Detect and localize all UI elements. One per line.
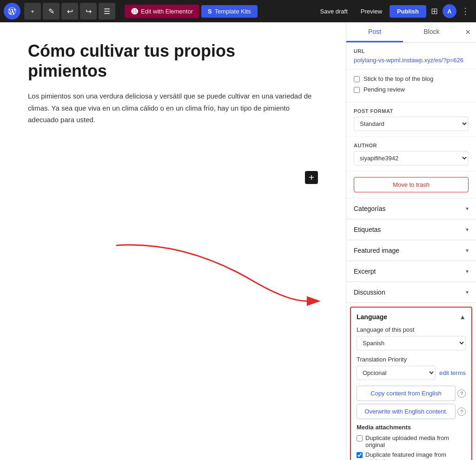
priority-select[interactable]: Opcional High Medium Low	[357, 366, 436, 380]
trash-field: Move to trash	[346, 171, 476, 198]
featured-image-label: Featured image	[354, 247, 399, 254]
url-field: URL polylang-vs-wpml.instawp.xyz/es/?p=6…	[346, 43, 476, 70]
wordpress-logo[interactable]	[4, 3, 20, 20]
excerpt-header[interactable]: Excerpt ▾	[346, 261, 476, 282]
translation-priority-label: Translation Priority	[357, 356, 466, 363]
pending-review-row: Pending review	[354, 86, 469, 93]
stick-to-top-label: Stick to the top of the blog	[364, 75, 433, 82]
sidebar-tabs: Post Block ×	[346, 22, 476, 43]
publish-button[interactable]: Publish	[390, 5, 426, 18]
excerpt-section: Excerpt ▾	[346, 261, 476, 282]
post-format-select[interactable]: Standard Aside Image Video	[354, 117, 469, 131]
tools-button[interactable]: ☰	[99, 3, 115, 20]
language-title-text: Language	[357, 313, 387, 321]
featured-image-header[interactable]: Featured image ▾	[346, 240, 476, 261]
template-icon: S	[208, 8, 212, 15]
translation-priority-row: Opcional High Medium Low edit terms	[357, 366, 466, 380]
language-collapse-icon[interactable]: ▲	[459, 313, 466, 321]
post-title[interactable]: Cómo cultivar tus propios pimientos	[28, 41, 318, 81]
categorias-chevron: ▾	[466, 205, 469, 212]
tab-post[interactable]: Post	[346, 22, 403, 42]
add-block-button[interactable]: +	[305, 171, 318, 184]
duplicate-featured-checkbox[interactable]	[357, 452, 363, 458]
post-format-label: POST FORMAT	[354, 108, 469, 114]
overwrite-row: Overwrite with English content. ?	[357, 404, 466, 419]
annotation-arrow	[93, 236, 325, 310]
url-label: URL	[354, 48, 469, 54]
language-section: Language ▲ Language of this post Spanish…	[350, 307, 472, 460]
post-body[interactable]: Los pimientos son una verdura deliciosa …	[28, 90, 316, 126]
categorias-header[interactable]: Categorías ▾	[346, 198, 476, 219]
featured-image-chevron: ▾	[466, 247, 469, 254]
etiquetas-section: Etiquetas ▾	[346, 219, 476, 240]
author-label: AUTHOR	[354, 143, 469, 148]
elementor-button-label: Edit with Elementor	[141, 8, 193, 15]
preview-button[interactable]: Preview	[355, 5, 388, 18]
duplicate-featured-label: Duplicate featured image from original	[365, 451, 466, 460]
pending-review-checkbox[interactable]	[354, 87, 360, 93]
stick-to-top-row: Stick to the top of the blog	[354, 75, 469, 82]
media-attachments-label: Media attachments	[357, 424, 466, 431]
etiquetas-label: Etiquetas	[354, 226, 381, 233]
categorias-label: Categorías	[354, 205, 385, 212]
language-of-post-label: Language of this post	[357, 326, 466, 333]
author-select[interactable]: siyapifihe3942	[354, 151, 469, 165]
checkbox-group: Stick to the top of the blog Pending rev…	[346, 70, 476, 103]
copy-content-button[interactable]: Copy content from English	[357, 386, 456, 401]
url-value[interactable]: polylang-vs-wpml.instawp.xyz/es/?p=626	[354, 57, 469, 64]
copy-content-help-icon[interactable]: ?	[457, 389, 466, 398]
post-format-field: POST FORMAT Standard Aside Image Video	[346, 103, 476, 137]
elementor-icon: ⓮	[131, 7, 138, 15]
etiquetas-header[interactable]: Etiquetas ▾	[346, 219, 476, 240]
duplicate-uploaded-checkbox[interactable]	[357, 435, 363, 441]
pending-review-label: Pending review	[364, 86, 405, 93]
template-kits-button[interactable]: S Template Kits	[201, 5, 258, 18]
discussion-header[interactable]: Discussion ▾	[346, 282, 476, 302]
sidebar-content: URL polylang-vs-wpml.instawp.xyz/es/?p=6…	[346, 43, 476, 460]
duplicate-featured-row: Duplicate featured image from original	[357, 451, 466, 460]
edit-mode-button[interactable]: ✎	[43, 3, 60, 20]
save-draft-button[interactable]: Save draft	[315, 5, 353, 18]
wp-logo-icon	[7, 7, 17, 16]
featured-image-section: Featured image ▾	[346, 240, 476, 261]
overwrite-help-icon[interactable]: ?	[457, 407, 466, 416]
etiquetas-chevron: ▾	[466, 226, 469, 233]
main-toolbar: + ✎ ↩ ↪ ☰ ⓮ Edit with Elementor S Templa…	[0, 0, 476, 22]
arrow-svg	[93, 236, 325, 310]
discussion-chevron: ▾	[466, 289, 469, 296]
undo-button[interactable]: ↩	[61, 3, 78, 20]
discussion-section: Discussion ▾	[346, 282, 476, 303]
categorias-section: Categorías ▾	[346, 198, 476, 219]
more-options-button[interactable]: ⋮	[458, 3, 472, 19]
author-field: AUTHOR siyapifihe3942	[346, 137, 476, 171]
editor-area: Cómo cultivar tus propios pimientos Los …	[0, 22, 346, 460]
edit-with-elementor-button[interactable]: ⓮ Edit with Elementor	[125, 5, 199, 18]
sidebar: Post Block × URL polylang-vs-wpml.instaw…	[346, 22, 476, 460]
redo-button[interactable]: ↪	[80, 3, 97, 20]
avatar-button[interactable]: A	[443, 4, 456, 18]
discussion-label: Discussion	[354, 289, 385, 296]
copy-content-row: Copy content from English ?	[357, 386, 466, 401]
move-to-trash-button[interactable]: Move to trash	[354, 177, 469, 192]
excerpt-chevron: ▾	[466, 268, 469, 275]
stick-to-top-checkbox[interactable]	[354, 76, 360, 82]
sidebar-close-button[interactable]: ×	[460, 22, 476, 42]
language-select[interactable]: Spanish English French	[357, 336, 466, 350]
edit-terms-link[interactable]: edit terms	[439, 369, 466, 376]
language-section-title: Language ▲	[357, 313, 466, 321]
duplicate-uploaded-label: Duplicate uploaded media from original	[365, 434, 466, 448]
tab-block[interactable]: Block	[403, 22, 460, 42]
add-block-toolbar-button[interactable]: +	[24, 3, 41, 20]
overwrite-button[interactable]: Overwrite with English content.	[357, 404, 456, 419]
template-kits-label: Template Kits	[215, 8, 251, 15]
duplicate-uploaded-row: Duplicate uploaded media from original	[357, 434, 466, 448]
main-area: Cómo cultivar tus propios pimientos Los …	[0, 22, 476, 460]
layout-toggle-button[interactable]: ⊞	[428, 3, 441, 19]
excerpt-label: Excerpt	[354, 268, 376, 275]
